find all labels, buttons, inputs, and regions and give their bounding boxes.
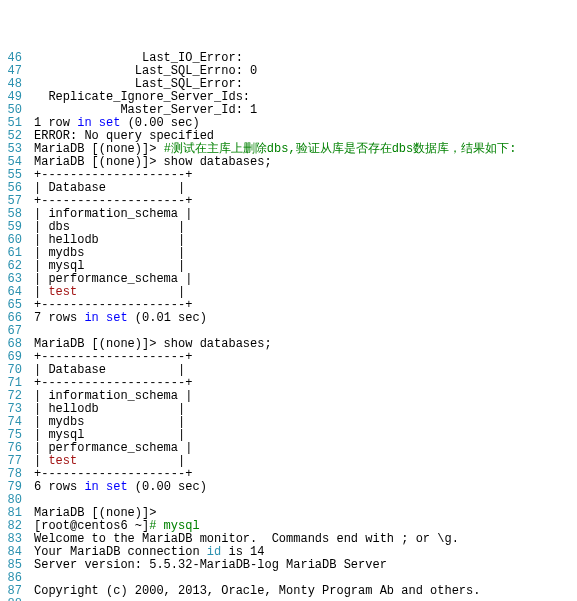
code-token: (0.00 sec) [120, 116, 199, 130]
code-token: id [207, 545, 221, 559]
code-token: (0.00 sec) [128, 480, 207, 494]
code-token: [root@centos6 ~] [34, 519, 149, 533]
code-token: | [77, 454, 185, 468]
code-token: set [99, 116, 121, 130]
code-token: Welcome to the MariaDB monitor. Commands… [34, 532, 459, 546]
code-line: 87Copyright (c) 2000, 2013, Oracle, Mont… [0, 585, 577, 598]
code-token [34, 324, 41, 338]
code-token: in [84, 480, 98, 494]
code-token: MariaDB [(none)]> [34, 506, 156, 520]
code-token: MariaDB [(none)]> show databases; [34, 337, 272, 351]
code-token: | Database | [34, 181, 185, 195]
line-content: Copyright (c) 2000, 2013, Oracle, Monty … [26, 585, 577, 598]
code-token [92, 116, 99, 130]
code-token: Last_IO_Error: [34, 51, 243, 65]
code-token [34, 493, 41, 507]
code-token: | [77, 285, 185, 299]
code-token: +--------------------+ [34, 194, 192, 208]
code-token: # mysql [149, 519, 199, 533]
code-token: | mydbs | [34, 246, 185, 260]
code-token: | mysql | [34, 428, 185, 442]
code-token [34, 571, 41, 585]
code-token: Last_SQL_Errno: 0 [34, 64, 257, 78]
code-token: Copyright (c) 2000, 2013, Oracle, Monty … [34, 584, 480, 598]
code-token: (0.01 sec) [128, 311, 207, 325]
code-token: in [84, 311, 98, 325]
code-token: | Database | [34, 363, 185, 377]
code-token: | [34, 454, 48, 468]
code-token: test [48, 454, 77, 468]
code-token: is 14 [221, 545, 264, 559]
code-token: Master_Server_Id: 1 [34, 103, 257, 117]
code-line: 85Server version: 5.5.32-MariaDB-log Mar… [0, 559, 577, 572]
code-token: set [106, 480, 128, 494]
code-token: +--------------------+ [34, 467, 192, 481]
code-token: 6 rows [34, 480, 84, 494]
code-token: | [34, 285, 48, 299]
code-token: in [77, 116, 91, 130]
code-token: MariaDB [(none)]> show databases; [34, 155, 272, 169]
code-token [99, 311, 106, 325]
code-token: | mydbs | [34, 415, 185, 429]
line-content: 7 rows in set (0.01 sec) [26, 312, 577, 325]
code-token: | performance_schema | [34, 441, 192, 455]
code-line: 796 rows in set (0.00 sec) [0, 481, 577, 494]
code-token: +--------------------+ [34, 350, 192, 364]
code-token: 1 row [34, 116, 77, 130]
code-token: | information_schema | [34, 389, 192, 403]
code-token: set [106, 311, 128, 325]
code-token: MariaDB [(none)]> [34, 142, 164, 156]
code-token [34, 597, 41, 601]
code-token: | mysql | [34, 259, 185, 273]
line-content: Server version: 5.5.32-MariaDB-log Maria… [26, 559, 577, 572]
code-line: 667 rows in set (0.01 sec) [0, 312, 577, 325]
code-token: Replicate_Ignore_Server_Ids: [34, 90, 250, 104]
code-token: #测试在主库上删除dbs,验证从库是否存在dbs数据库，结果如下: [164, 142, 517, 156]
code-token: | dbs | [34, 220, 185, 234]
code-token: +--------------------+ [34, 298, 192, 312]
code-token: | hellodb | [34, 233, 185, 247]
code-token: +--------------------+ [34, 376, 192, 390]
code-token: Last_SQL_Error: [34, 77, 243, 91]
line-content: 6 rows in set (0.00 sec) [26, 481, 577, 494]
code-token: | hellodb | [34, 402, 185, 416]
code-token: +--------------------+ [34, 168, 192, 182]
code-token: | performance_schema | [34, 272, 192, 286]
code-token: Server version: 5.5.32-MariaDB-log Maria… [34, 558, 387, 572]
code-token: | information_schema | [34, 207, 192, 221]
code-token: test [48, 285, 77, 299]
code-token [99, 480, 106, 494]
code-token: 7 rows [34, 311, 84, 325]
code-token: Your MariaDB connection [34, 545, 207, 559]
code-token: ERROR: No query specified [34, 129, 214, 143]
code-editor: 46 Last_IO_Error:47 Last_SQL_Errno: 048 … [0, 52, 577, 601]
